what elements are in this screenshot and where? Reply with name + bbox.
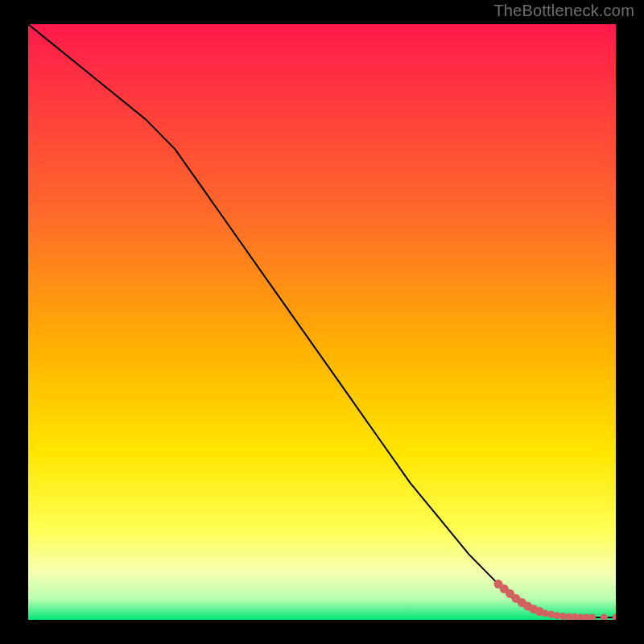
plot-area [28, 24, 616, 620]
watermark-text: TheBottleneck.com [493, 2, 634, 20]
chart-svg [28, 24, 616, 620]
gradient-background [28, 24, 616, 620]
chart-frame: TheBottleneck.com [0, 0, 644, 644]
